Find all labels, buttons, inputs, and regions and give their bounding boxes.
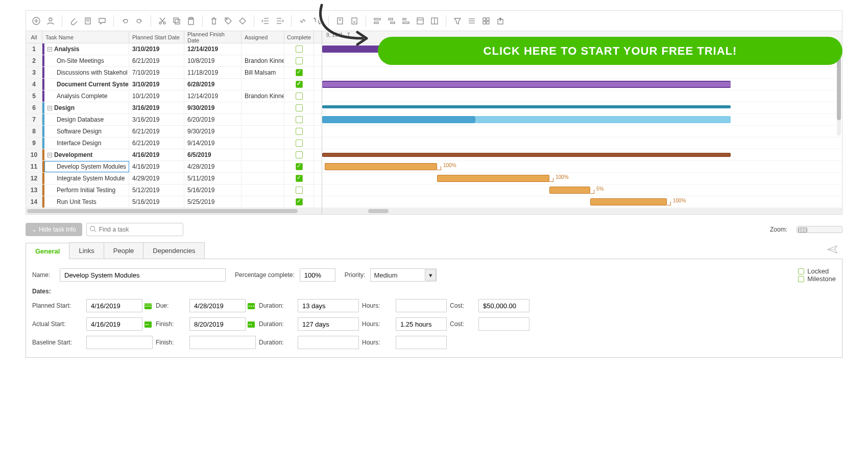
gantt-bar[interactable] — [322, 81, 731, 88]
complete-checkbox[interactable] — [296, 93, 303, 100]
gantt3-icon[interactable] — [400, 15, 412, 27]
complete-checkbox[interactable] — [296, 57, 303, 64]
table-row[interactable]: 8Software Design6/21/20199/30/2019 — [26, 126, 322, 137]
planned-cost-input[interactable] — [478, 299, 529, 312]
col-all[interactable]: All — [26, 31, 42, 43]
zoom-slider[interactable] — [797, 226, 842, 233]
gantt6-icon[interactable] — [466, 15, 478, 27]
calendar-icon[interactable] — [143, 318, 153, 330]
col-planned-finish[interactable]: Planned Finish Date — [184, 31, 242, 43]
due-input[interactable] — [189, 299, 246, 312]
complete-checkbox[interactable] — [296, 151, 303, 158]
table-row[interactable]: 3Discussions with Stakehol7/10/201911/18… — [26, 67, 322, 79]
actual-hours-input[interactable] — [396, 317, 447, 331]
table-row[interactable]: 13Perform Initial Testing5/12/20195/16/2… — [26, 185, 322, 196]
add-icon[interactable] — [30, 15, 42, 27]
cta-banner[interactable]: CLICK HERE TO START YOUR FREE TRIAL! — [378, 37, 842, 65]
indent-icon[interactable] — [274, 15, 286, 27]
complete-checkbox[interactable] — [296, 116, 303, 123]
table-row[interactable]: 14Run Unit Tests5/16/20195/25/2019 — [26, 196, 322, 208]
table-row[interactable]: 7Design Database3/16/20196/20/2019 — [26, 114, 322, 126]
gantt-bar[interactable] — [475, 116, 731, 123]
table-row[interactable]: 12Integrate System Module4/29/20195/11/2… — [26, 173, 322, 185]
gantt-bar[interactable] — [322, 105, 731, 108]
gantt-bar[interactable] — [549, 187, 590, 194]
complete-checkbox[interactable] — [296, 128, 303, 135]
shape-icon[interactable] — [236, 15, 249, 27]
complete-checkbox[interactable] — [296, 104, 303, 111]
send-icon[interactable] — [822, 242, 842, 259]
complete-checkbox[interactable] — [296, 45, 303, 53]
find-task-input[interactable] — [86, 223, 183, 236]
table-row[interactable]: 4Document Current System3/10/20196/28/20… — [26, 79, 322, 90]
hide-task-info-button[interactable]: ⌄ Hide task info — [26, 223, 82, 236]
col-task-name[interactable]: Task Name — [42, 31, 129, 43]
tag-icon[interactable] — [222, 15, 234, 27]
planned-hours-input[interactable] — [396, 299, 447, 312]
priority-select[interactable]: Medium ▾ — [370, 268, 437, 282]
baseline-duration-input[interactable] — [298, 336, 359, 349]
milestone-checkbox[interactable] — [798, 276, 804, 282]
col-planned-start[interactable]: Planned Start Date — [129, 31, 184, 43]
note-icon[interactable] — [82, 15, 94, 27]
calendar-icon[interactable] — [143, 300, 153, 311]
complete-checkbox[interactable] — [296, 198, 303, 205]
actual-finish-input[interactable] — [189, 317, 246, 331]
grid-hscroll[interactable] — [26, 208, 322, 214]
calendar-icon[interactable] — [247, 300, 256, 311]
complete-checkbox[interactable] — [296, 140, 303, 147]
baseline-hours-input[interactable] — [396, 336, 447, 349]
col-assigned[interactable]: Assigned — [242, 31, 284, 43]
baseline-finish-input[interactable] — [189, 336, 256, 349]
gantt-bar[interactable] — [437, 175, 549, 182]
complete-checkbox[interactable] — [296, 187, 303, 194]
person-icon[interactable] — [44, 15, 57, 27]
table-row[interactable]: 6−Design3/16/20199/30/2019 — [26, 102, 322, 114]
outdent-icon[interactable] — [259, 15, 272, 27]
redo-icon[interactable] — [133, 15, 146, 27]
actual-cost-input[interactable] — [478, 317, 529, 331]
table-row[interactable]: 2On-Site Meetings6/21/201910/8/2019Brand… — [26, 55, 322, 67]
actual-duration-input[interactable] — [298, 317, 359, 331]
table-row[interactable]: 11Develop System Modules4/16/20194/28/20… — [26, 161, 322, 173]
table-row[interactable]: 5Analysis Complete10/1/201912/14/2019Bra… — [26, 90, 322, 102]
export-icon[interactable] — [494, 15, 507, 27]
comment-icon[interactable] — [96, 15, 108, 27]
tab-dependencies[interactable]: Dependencies — [143, 242, 205, 259]
tab-people[interactable]: People — [104, 242, 143, 259]
tab-links[interactable]: Links — [69, 242, 104, 259]
task-name-input[interactable] — [60, 268, 226, 282]
undo-icon[interactable] — [119, 15, 131, 27]
gantt-bar[interactable] — [325, 163, 437, 170]
gantt2-icon[interactable] — [385, 15, 398, 27]
attach-icon[interactable] — [67, 15, 80, 27]
planned-start-input[interactable] — [86, 299, 142, 312]
baseline-start-label: Baseline Start: — [32, 339, 83, 346]
complete-checkbox[interactable] — [296, 163, 303, 170]
copy-icon[interactable] — [171, 15, 183, 27]
gantt-bar[interactable] — [322, 116, 475, 123]
table-row[interactable]: 10−Development4/16/20196/5/2019 — [26, 149, 322, 161]
calendar-icon[interactable] — [247, 318, 256, 330]
table-row[interactable]: 1−Analysis3/10/201912/14/2019 — [26, 43, 322, 55]
table-row[interactable]: 9Interface Design6/21/20199/14/2019 — [26, 137, 322, 149]
complete-checkbox[interactable] — [296, 175, 303, 182]
complete-checkbox[interactable] — [296, 69, 303, 76]
gantt-bar[interactable] — [322, 153, 731, 157]
filter-icon[interactable] — [451, 15, 464, 27]
paste-icon[interactable] — [185, 15, 197, 27]
planned-duration-input[interactable] — [298, 299, 359, 312]
tab-general[interactable]: General — [26, 243, 69, 259]
gantt5-icon[interactable] — [428, 15, 441, 27]
locked-checkbox[interactable] — [798, 268, 804, 274]
pct-complete-input[interactable] — [300, 268, 335, 282]
cut-icon[interactable] — [156, 15, 168, 27]
complete-checkbox[interactable] — [296, 81, 303, 88]
delete-icon[interactable] — [208, 15, 220, 27]
gantt-hscroll[interactable] — [322, 208, 842, 214]
actual-start-input[interactable] — [86, 317, 142, 331]
gantt-bar[interactable] — [590, 198, 667, 205]
baseline-start-input[interactable] — [86, 336, 153, 349]
gantt7-icon[interactable] — [480, 15, 492, 27]
gantt4-icon[interactable] — [414, 15, 426, 27]
